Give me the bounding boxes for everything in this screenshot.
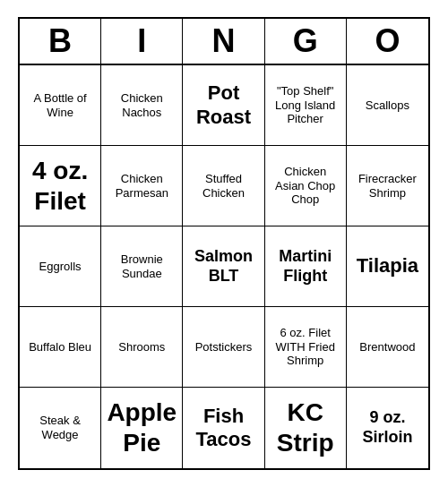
bingo-cell: Steak & Wedge (20, 388, 101, 468)
bingo-cell: Buffalo Bleu (20, 307, 101, 388)
cell-text: "Top Shelf" Long Island Pitcher (269, 84, 342, 126)
cell-text: Fish Tacos (186, 405, 260, 452)
cell-text: Chicken Nachos (105, 91, 178, 119)
cell-text: Buffalo Bleu (29, 340, 91, 355)
bingo-cell: A Bottle of Wine (20, 65, 101, 146)
cell-text: Chicken Parmesan (105, 172, 178, 200)
bingo-cell: Stuffed Chicken (183, 146, 264, 226)
cell-text: Scallops (366, 98, 409, 113)
bingo-cell: Salmon BLT (183, 226, 264, 307)
bingo-cell: Martini Flight (265, 226, 347, 307)
bingo-cell: Shrooms (101, 307, 183, 388)
cell-text: Chicken Asian Chop Chop (269, 165, 342, 207)
cell-text: Martini Flight (269, 247, 342, 286)
cell-text: Tilapia (357, 254, 418, 278)
cell-text: Eggrolls (39, 260, 82, 274)
cell-text: Brownie Sundae (105, 252, 178, 280)
bingo-cell: Firecracker Shrimp (347, 146, 428, 226)
bingo-header: BINGO (20, 19, 428, 65)
bingo-cell: Chicken Nachos (101, 65, 183, 146)
header-letter: I (101, 19, 183, 64)
bingo-cell: Brentwood (347, 307, 428, 388)
header-letter: B (20, 19, 101, 64)
cell-text: Firecracker Shrimp (350, 172, 425, 200)
cell-text: Salmon BLT (186, 247, 260, 286)
cell-text: Apple Pie (105, 397, 178, 457)
cell-text: Pot Roast (186, 81, 260, 129)
bingo-cell: KC Strip (265, 388, 347, 468)
cell-text: Potstickers (195, 340, 253, 355)
bingo-cell: Scallops (347, 65, 428, 146)
bingo-cell: Chicken Parmesan (101, 146, 183, 226)
cell-text: A Bottle of Wine (23, 91, 97, 119)
bingo-cell: Brownie Sundae (101, 226, 183, 307)
cell-text: 6 oz. Filet WITH Fried Shrimp (269, 326, 342, 368)
bingo-cell: Pot Roast (183, 65, 264, 146)
bingo-cell: 6 oz. Filet WITH Fried Shrimp (265, 307, 347, 388)
cell-text: Brentwood (359, 340, 415, 355)
header-letter: O (347, 19, 428, 64)
bingo-card: BINGO A Bottle of WineChicken NachosPot … (18, 17, 430, 470)
bingo-grid: A Bottle of WineChicken NachosPot Roast"… (20, 65, 428, 468)
bingo-cell: "Top Shelf" Long Island Pitcher (265, 65, 347, 146)
bingo-cell: Potstickers (183, 307, 264, 388)
cell-text: KC Strip (269, 397, 342, 457)
bingo-cell: Tilapia (347, 226, 428, 307)
cell-text: 9 oz. Sirloin (350, 408, 425, 447)
bingo-cell: Chicken Asian Chop Chop (265, 146, 347, 226)
cell-text: 4 oz. Filet (23, 156, 97, 216)
bingo-cell: Eggrolls (20, 226, 101, 307)
bingo-cell: 9 oz. Sirloin (347, 388, 428, 468)
bingo-cell: Apple Pie (101, 388, 183, 468)
bingo-cell: Fish Tacos (183, 388, 264, 468)
header-letter: G (265, 19, 347, 64)
bingo-cell: 4 oz. Filet (20, 146, 101, 226)
cell-text: Steak & Wedge (23, 414, 97, 441)
cell-text: Shrooms (118, 340, 165, 355)
header-letter: N (183, 19, 264, 64)
cell-text: Stuffed Chicken (186, 172, 260, 200)
